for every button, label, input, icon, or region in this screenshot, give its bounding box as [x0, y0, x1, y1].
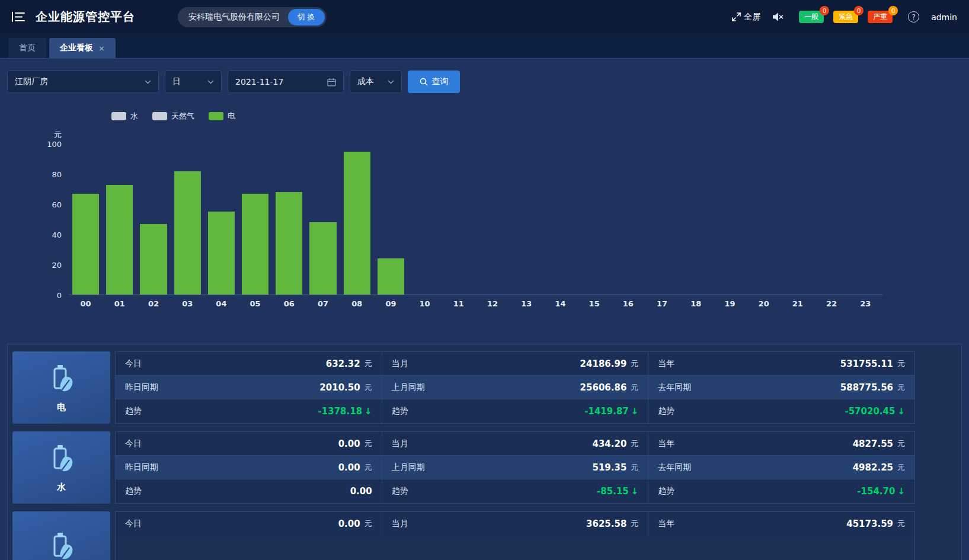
- x-tick-label: 03: [171, 299, 204, 308]
- bar-08[interactable]: [344, 152, 370, 295]
- stat-cell: 当年4827.55元: [648, 432, 914, 455]
- menu-toggle-icon[interactable]: [12, 11, 26, 23]
- switch-company-button[interactable]: 切 换: [288, 9, 325, 25]
- stat-value-wrap: -1378.18↓: [318, 406, 372, 417]
- tab-home[interactable]: 首页: [8, 38, 46, 58]
- stat-label: 当月: [392, 359, 408, 369]
- date-value: 2021-11-17: [235, 77, 283, 87]
- x-tick-label: 14: [543, 299, 577, 308]
- x-tick-label: 15: [577, 299, 611, 308]
- stat-label: 当月: [392, 439, 408, 449]
- user-menu[interactable]: admin: [931, 12, 957, 22]
- x-tick-label: 23: [849, 299, 882, 308]
- alarm-badge-urgent[interactable]: 紧急0: [833, 11, 858, 23]
- stat-value-wrap: 531755.11元: [840, 359, 905, 369]
- stat-cell: 当年45173.59元: [648, 512, 914, 536]
- bar-slot: [408, 144, 442, 295]
- alarm-badge-severe[interactable]: 严重0: [868, 11, 893, 23]
- x-tick-label: 20: [747, 299, 781, 308]
- bar-02[interactable]: [140, 224, 167, 295]
- site-select[interactable]: 江阴厂房: [7, 71, 159, 93]
- mute-button[interactable]: [772, 12, 783, 22]
- bar-slot: [103, 144, 136, 295]
- bar-07[interactable]: [309, 222, 336, 295]
- bar-03[interactable]: [174, 171, 201, 295]
- legend-item-gas[interactable]: 天然气: [152, 111, 194, 121]
- stat-value-wrap: -85.15↓: [597, 486, 638, 497]
- bar-slot: [679, 144, 713, 295]
- x-tick-label: 08: [340, 299, 374, 308]
- stat-label: 趋势: [658, 406, 674, 417]
- bar-00[interactable]: [72, 194, 99, 295]
- stats-row: 趋势0.00趋势-85.15↓趋势-154.70↓: [116, 479, 914, 503]
- bar-slot: [171, 144, 204, 295]
- alarm-badge-label: 一般: [804, 12, 818, 22]
- legend-item-water[interactable]: 水: [111, 111, 138, 121]
- bar-06[interactable]: [276, 192, 302, 295]
- stat-value: -1419.87: [584, 406, 629, 417]
- legend-swatch: [111, 112, 126, 120]
- stat-cell: 去年同期588775.56元: [648, 376, 914, 399]
- query-button[interactable]: 查询: [408, 71, 460, 93]
- period-select[interactable]: 日: [165, 71, 222, 93]
- chevron-down-icon: [207, 80, 214, 84]
- stat-value-wrap: 25606.86元: [580, 382, 639, 393]
- help-icon[interactable]: ?: [908, 11, 919, 23]
- date-picker[interactable]: 2021-11-17: [228, 71, 344, 93]
- metric-select[interactable]: 成本: [350, 71, 402, 93]
- close-tab-icon[interactable]: ×: [98, 44, 105, 53]
- y-tick-label: 0: [57, 292, 62, 299]
- x-tick-label: 21: [781, 299, 814, 308]
- bar-09[interactable]: [378, 258, 404, 295]
- tab-enterprise-dashboard[interactable]: 企业看板 ×: [49, 38, 116, 58]
- stat-label: 趋势: [392, 486, 408, 497]
- stat-value: 24186.99: [580, 359, 627, 369]
- legend-swatch: [152, 112, 167, 120]
- down-arrow-icon: ↓: [631, 406, 639, 417]
- stat-cell: 趋势-1378.18↓: [116, 399, 382, 423]
- stat-value: -85.15: [597, 486, 629, 497]
- bar-slot: [611, 144, 645, 295]
- stat-value-wrap: 24186.99元: [580, 359, 639, 369]
- x-tick-label: 00: [69, 299, 103, 308]
- stat-value-wrap: 3625.58元: [586, 519, 638, 529]
- unit-label: 元: [897, 439, 905, 449]
- stat-value: 531755.11: [840, 359, 893, 369]
- alarm-badge-general[interactable]: 一般0: [799, 11, 824, 23]
- stat-label: 当年: [658, 359, 674, 369]
- filter-bar: 江阴厂房 日 2021-11-17 成本 查询: [0, 59, 969, 103]
- stat-label: 趋势: [125, 406, 142, 417]
- stat-label: 上月同期: [392, 382, 425, 393]
- stat-cell: 趋势-85.15↓: [382, 479, 649, 503]
- bar-slot: [340, 144, 374, 295]
- bar-05[interactable]: [242, 194, 268, 295]
- bar-04[interactable]: [208, 212, 235, 295]
- bar-slot: [645, 144, 679, 295]
- chevron-down-icon: [388, 80, 394, 84]
- fullscreen-button[interactable]: 全屏: [732, 12, 760, 23]
- bar-slot: [238, 144, 272, 295]
- stat-label: 今日: [125, 439, 142, 449]
- bar-slot: [510, 144, 543, 295]
- stat-value: -154.70: [857, 486, 895, 497]
- calendar-icon: [327, 78, 336, 87]
- legend-item-electric[interactable]: 电: [209, 111, 235, 121]
- stat-value-wrap: 519.35元: [592, 462, 638, 473]
- y-tick-label: 40: [52, 231, 62, 239]
- stat-value: 0.00: [338, 439, 360, 449]
- x-tick-label: 05: [238, 299, 272, 308]
- stat-value-wrap: 588775.56元: [840, 382, 905, 393]
- bar-slot: [747, 144, 781, 295]
- company-switcher: 安科瑞电气股份有限公司 切 换: [178, 7, 327, 27]
- bar-01[interactable]: [106, 185, 133, 295]
- stat-value: 519.35: [592, 462, 626, 473]
- energy-type-tile[interactable]: [12, 511, 110, 560]
- stat-value-wrap: -1419.87↓: [584, 406, 638, 417]
- alarm-badge-count: 0: [888, 6, 898, 15]
- unit-label: 元: [897, 382, 905, 393]
- y-tick-label: 60: [52, 201, 62, 209]
- stat-value: 0.00: [338, 519, 360, 529]
- stat-value-wrap: 4827.55元: [853, 439, 905, 449]
- energy-type-tile[interactable]: 水: [12, 431, 110, 504]
- energy-type-tile[interactable]: 电: [12, 351, 110, 424]
